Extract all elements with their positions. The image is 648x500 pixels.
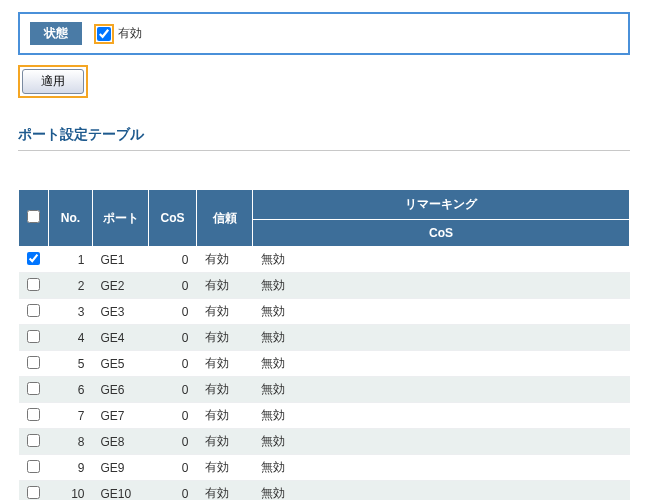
cell-remarking-cos: 無効 (253, 455, 630, 481)
row-checkbox[interactable] (27, 252, 40, 265)
header-select-all[interactable] (19, 190, 49, 247)
header-remarking-group: リマーキング (253, 190, 630, 220)
header-no: No. (49, 190, 93, 247)
apply-button-highlight: 適用 (18, 65, 88, 98)
select-all-checkbox[interactable] (27, 210, 40, 223)
cell-remarking-cos: 無効 (253, 377, 630, 403)
cell-cos: 0 (149, 481, 197, 501)
row-checkbox[interactable] (27, 330, 40, 343)
cell-cos: 0 (149, 455, 197, 481)
cell-port: GE1 (93, 247, 149, 273)
cell-no: 7 (49, 403, 93, 429)
cell-cos: 0 (149, 351, 197, 377)
table-row: 6GE60有効無効 (19, 377, 630, 403)
apply-button[interactable]: 適用 (22, 69, 84, 94)
cell-cos: 0 (149, 377, 197, 403)
cell-trust: 有効 (197, 429, 253, 455)
cell-cos: 0 (149, 403, 197, 429)
row-checkbox[interactable] (27, 382, 40, 395)
cell-no: 9 (49, 455, 93, 481)
enable-text: 有効 (118, 25, 142, 42)
cell-no: 6 (49, 377, 93, 403)
table-row: 1GE10有効無効 (19, 247, 630, 273)
section-title: ポート設定テーブル (18, 126, 630, 151)
cell-port: GE10 (93, 481, 149, 501)
row-checkbox[interactable] (27, 486, 40, 499)
cell-no: 2 (49, 273, 93, 299)
cell-cos: 0 (149, 429, 197, 455)
port-settings-table: No. ポート CoS 信頼 リマーキング CoS 1GE10有効無効2GE20… (18, 189, 630, 500)
state-label: 状態 (30, 22, 82, 45)
cell-port: GE3 (93, 299, 149, 325)
cell-trust: 有効 (197, 325, 253, 351)
cell-remarking-cos: 無効 (253, 325, 630, 351)
table-row: 10GE100有効無効 (19, 481, 630, 501)
row-checkbox[interactable] (27, 304, 40, 317)
row-checkbox[interactable] (27, 434, 40, 447)
table-row: 2GE20有効無効 (19, 273, 630, 299)
header-trust: 信頼 (197, 190, 253, 247)
header-cos: CoS (149, 190, 197, 247)
row-checkbox[interactable] (27, 356, 40, 369)
cell-remarking-cos: 無効 (253, 403, 630, 429)
cell-port: GE2 (93, 273, 149, 299)
cell-port: GE6 (93, 377, 149, 403)
table-row: 9GE90有効無効 (19, 455, 630, 481)
cell-no: 10 (49, 481, 93, 501)
table-row: 5GE50有効無効 (19, 351, 630, 377)
cell-remarking-cos: 無効 (253, 247, 630, 273)
table-row: 7GE70有効無効 (19, 403, 630, 429)
cell-remarking-cos: 無効 (253, 273, 630, 299)
cell-cos: 0 (149, 299, 197, 325)
cell-port: GE7 (93, 403, 149, 429)
cell-trust: 有効 (197, 299, 253, 325)
row-checkbox[interactable] (27, 460, 40, 473)
cell-trust: 有効 (197, 403, 253, 429)
enable-checkbox-label[interactable]: 有効 (94, 24, 142, 44)
cell-trust: 有効 (197, 247, 253, 273)
cell-port: GE8 (93, 429, 149, 455)
enable-checkbox-highlight (94, 24, 114, 44)
cell-port: GE9 (93, 455, 149, 481)
cell-no: 1 (49, 247, 93, 273)
header-remarking-cos: CoS (253, 220, 630, 247)
cell-no: 3 (49, 299, 93, 325)
row-checkbox[interactable] (27, 278, 40, 291)
header-port: ポート (93, 190, 149, 247)
cell-cos: 0 (149, 273, 197, 299)
cell-no: 4 (49, 325, 93, 351)
enable-checkbox[interactable] (97, 27, 111, 41)
cell-trust: 有効 (197, 455, 253, 481)
table-row: 3GE30有効無効 (19, 299, 630, 325)
cell-no: 5 (49, 351, 93, 377)
cell-trust: 有効 (197, 481, 253, 501)
state-panel: 状態 有効 (18, 12, 630, 55)
cell-remarking-cos: 無効 (253, 429, 630, 455)
table-row: 8GE80有効無効 (19, 429, 630, 455)
cell-no: 8 (49, 429, 93, 455)
cell-port: GE5 (93, 351, 149, 377)
cell-port: GE4 (93, 325, 149, 351)
cell-cos: 0 (149, 325, 197, 351)
cell-cos: 0 (149, 247, 197, 273)
cell-trust: 有効 (197, 273, 253, 299)
row-checkbox[interactable] (27, 408, 40, 421)
cell-trust: 有効 (197, 351, 253, 377)
cell-remarking-cos: 無効 (253, 351, 630, 377)
cell-remarking-cos: 無効 (253, 481, 630, 501)
cell-trust: 有効 (197, 377, 253, 403)
table-row: 4GE40有効無効 (19, 325, 630, 351)
cell-remarking-cos: 無効 (253, 299, 630, 325)
